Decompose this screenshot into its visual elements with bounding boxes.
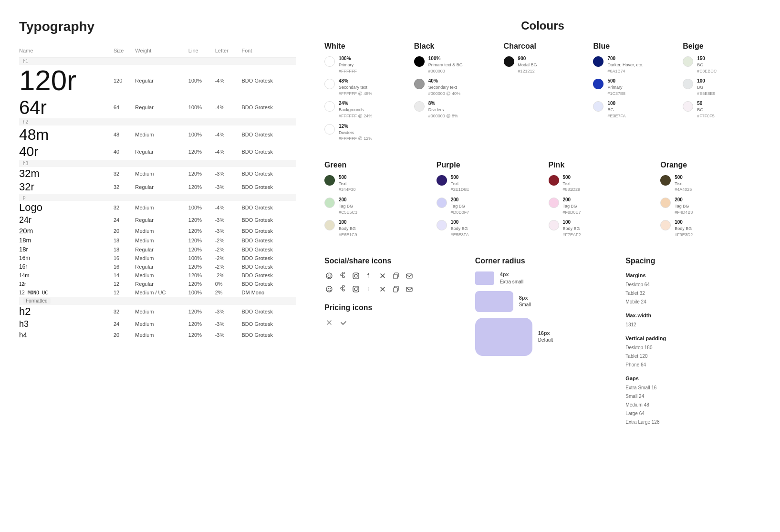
swatch-circle — [414, 56, 425, 67]
colour-group-title: White — [324, 42, 403, 51]
svg-rect-9 — [406, 274, 412, 278]
colour-group-title: Orange — [660, 161, 761, 169]
type-size: 32 — [114, 201, 135, 214]
type-letter: -2% — [215, 262, 242, 271]
type-weight: Regular — [135, 245, 188, 254]
spacing-content: MarginsDesktop 64Tablet 32Mobile 24Max-w… — [625, 271, 761, 426]
type-weight: Medium — [135, 226, 188, 236]
svg-rect-19 — [406, 287, 412, 292]
type-sample: 40r — [19, 144, 114, 160]
colour-swatch-row: 100%Primary text & BG#000000 — [414, 55, 492, 74]
radius-items: 4pxExtra small8pxSmall16pxDefault — [475, 271, 611, 355]
social-icon: f — [364, 284, 374, 294]
type-weight: Medium — [135, 254, 188, 262]
type-font: BDO Grotesk — [242, 262, 296, 271]
type-font: BDO Grotesk — [242, 201, 296, 214]
type-letter: -4% — [215, 201, 242, 214]
spacing-value: Mobile 24 — [625, 298, 761, 306]
type-line: 120% — [188, 262, 215, 271]
type-weight: Medium — [135, 318, 188, 330]
social-icon — [351, 271, 361, 281]
swatch-info: 48%Secondary text#FFFFFF @ 48% — [339, 78, 372, 96]
social-icons-section: Social/share icons f f Pricing icons — [324, 257, 460, 431]
colour-group-title: Green — [324, 161, 425, 169]
type-weight: Regular — [135, 180, 188, 194]
colour-group: Blue700Darker, Hover, etc.#0A1B74500Prim… — [593, 42, 671, 146]
swatch-circle — [324, 79, 335, 89]
type-sample: 20m — [19, 226, 114, 236]
svg-point-14 — [354, 288, 357, 291]
type-line: 100% — [188, 201, 215, 214]
colour-group-title: Charcoal — [504, 42, 582, 51]
type-line: 120% — [188, 245, 215, 254]
type-size: 24 — [114, 318, 135, 330]
swatch-info: 500Primary#1C37B8 — [607, 78, 625, 96]
swatch-info: 500Text#881D29 — [563, 174, 581, 193]
colour-swatch-row: 40%Secondary text#000000 @ 40% — [414, 78, 492, 96]
type-letter: 0% — [215, 280, 242, 288]
type-weight: Medium — [135, 125, 188, 144]
swatch-info: 200Tag BG#F8D0E7 — [563, 197, 581, 215]
spacing-group: Vertical paddingDesktop 180Tablet 120Pho… — [625, 334, 761, 369]
type-line: 120% — [188, 226, 215, 236]
swatch-circle — [549, 220, 559, 230]
radius-box — [475, 291, 513, 312]
swatch-circle — [593, 101, 603, 112]
social-icons-title: Social/share icons — [324, 257, 460, 265]
type-line: 100% — [188, 288, 215, 297]
type-letter: -4% — [215, 65, 242, 96]
swatch-info: 100Body BG#E5E3FA — [451, 219, 469, 238]
social-icon — [351, 284, 361, 294]
type-section-label: Formatted — [19, 297, 296, 305]
type-font: BDO Grotesk — [242, 330, 296, 340]
colour-group: Beige150BG#E3EBDC100BG#E5E8E950BG#F7F0F5 — [683, 42, 761, 146]
spacing-group: Max-width1312 — [625, 311, 761, 329]
type-font: BDO Grotesk — [242, 236, 296, 245]
type-line: 120% — [188, 280, 215, 288]
social-icon — [324, 284, 334, 294]
swatch-circle — [324, 175, 335, 186]
swatch-info: 100Body BG#F9E3D2 — [675, 219, 693, 238]
type-weight: Medium — [135, 330, 188, 340]
swatch-info: 200Tag BG#C5E5C3 — [339, 197, 357, 215]
colour-swatch-row: 100BG#E3E7FA — [593, 100, 671, 119]
type-line: 100% — [188, 125, 215, 144]
spacing-group: MarginsDesktop 64Tablet 32Mobile 24 — [625, 271, 761, 306]
social-icon — [338, 271, 347, 281]
spacing-title: Spacing — [625, 257, 761, 265]
type-line: 100% — [188, 65, 215, 96]
colour-swatch-row: 200Tag BG#F8D0E7 — [549, 197, 649, 215]
colour-group-title: Black — [414, 42, 492, 51]
type-weight: Regular — [135, 214, 188, 226]
corner-radius-section: Corner radius 4pxExtra small8pxSmall16px… — [475, 257, 611, 431]
swatch-circle — [414, 79, 425, 89]
type-sample: 14m — [19, 271, 114, 280]
swatch-info: 200Tag BG#D0D0F7 — [451, 197, 469, 215]
radius-row: 4pxExtra small — [475, 271, 611, 285]
type-font: DM Mono — [242, 288, 296, 297]
typography-title: Typography — [19, 19, 296, 34]
type-font: BDO Grotesk — [242, 180, 296, 194]
spacing-value: Tablet 32 — [625, 289, 761, 298]
type-size: 64 — [114, 96, 135, 118]
type-section-label: p — [19, 194, 296, 201]
swatch-circle — [504, 56, 514, 67]
type-letter: -4% — [215, 96, 242, 118]
swatch-info: 900Modal BG#121212 — [518, 55, 537, 74]
type-line: 120% — [188, 236, 215, 245]
type-letter: -4% — [215, 125, 242, 144]
type-weight: Regular — [135, 96, 188, 118]
type-sample: 12r — [19, 280, 114, 288]
colour-swatch-row: 500Text#344F30 — [324, 174, 425, 193]
spacing-value: Extra Small 16 — [625, 384, 761, 392]
colour-swatch-row: 12%Dividers#FFFFFF @ 12% — [324, 123, 403, 142]
swatch-circle — [549, 198, 559, 208]
type-size: 40 — [114, 144, 135, 160]
svg-point-2 — [330, 275, 331, 276]
spacing-value: Medium 48 — [625, 401, 761, 409]
radius-label: 4pxExtra small — [500, 271, 523, 285]
swatch-circle — [414, 101, 425, 112]
type-weight: Regular — [135, 144, 188, 160]
swatch-circle — [683, 79, 693, 89]
svg-rect-18 — [394, 288, 397, 292]
